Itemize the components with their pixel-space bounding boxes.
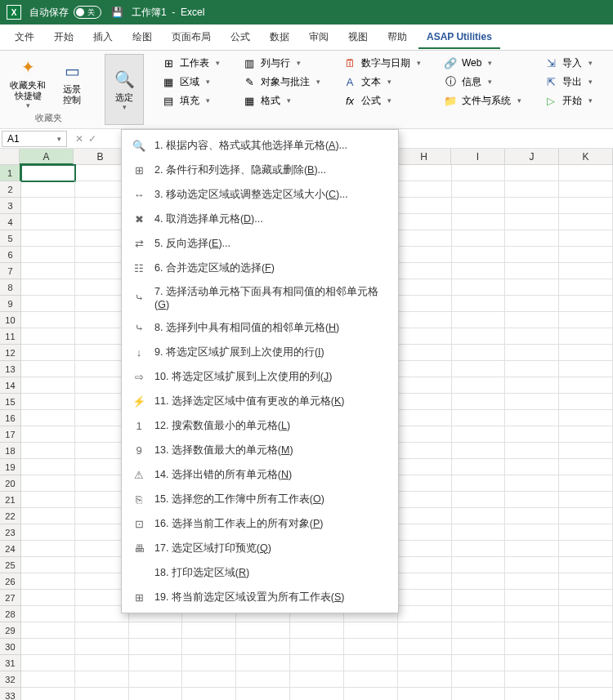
cell[interactable] [505,573,559,590]
cell[interactable] [398,263,452,279]
cell[interactable] [505,671,559,688]
column-header-K[interactable]: K [559,149,613,165]
row-header-32[interactable]: 32 [0,671,21,688]
cell[interactable] [559,361,613,377]
toggle-switch[interactable]: 关 [74,6,101,19]
cell[interactable] [559,639,613,655]
row-header-26[interactable]: 26 [0,573,21,590]
cell[interactable] [505,198,559,214]
cell[interactable] [452,181,506,198]
cell[interactable] [21,279,75,296]
cell[interactable] [559,214,613,230]
cell[interactable] [452,524,506,541]
row-header-3[interactable]: 3 [0,198,21,214]
menu-item-1[interactable]: 🔍1. 根据内容、格式或其他选择单元格(A)... [122,133,398,158]
cell[interactable] [398,590,452,606]
column-header-A[interactable]: A [20,149,74,165]
cell[interactable] [559,345,613,361]
cell[interactable] [452,198,506,214]
cell[interactable] [505,557,559,573]
cell[interactable] [344,639,398,655]
select-button[interactable]: 🔍 选定 ▾ [105,54,144,125]
cell[interactable] [559,377,613,394]
cell[interactable] [452,328,506,345]
tab-help[interactable]: 帮助 [379,25,415,49]
cell[interactable] [398,639,452,655]
cell[interactable] [452,622,506,639]
cell[interactable] [182,688,236,700]
cell[interactable] [452,606,506,622]
cell[interactable] [559,508,613,524]
menu-item-7[interactable]: ⤷7. 选择活动单元格下面具有相同值的相邻单元格(G) [122,280,398,315]
cell[interactable] [398,198,452,214]
filesys-menu[interactable]: 📁文件与系统▾ [439,91,526,109]
cell[interactable] [21,524,75,541]
cell[interactable] [559,475,613,492]
worksheet-menu[interactable]: ⊞工作表▾ [157,54,225,72]
cell[interactable] [21,573,75,590]
cell[interactable] [21,459,75,475]
cell[interactable] [452,557,506,573]
tab-asap-utilities[interactable]: ASAP Utilities [418,26,500,49]
cell[interactable] [398,377,452,394]
cell[interactable] [129,688,183,700]
cell[interactable] [182,655,236,671]
objects-menu[interactable]: ✎对象与批注▾ [238,73,325,91]
cell[interactable] [21,671,75,688]
cell[interactable] [452,247,506,263]
cell[interactable] [559,541,613,557]
row-header-18[interactable]: 18 [0,443,21,459]
numdate-menu[interactable]: 🗓数字与日期▾ [338,54,426,72]
cell[interactable] [75,671,129,688]
row-header-2[interactable]: 2 [0,181,21,198]
cell[interactable] [452,671,506,688]
select-all-corner[interactable] [0,149,20,165]
cell[interactable] [21,508,75,524]
cell[interactable] [559,459,613,475]
cell[interactable] [505,247,559,263]
cell[interactable] [452,573,506,590]
cell[interactable] [398,181,452,198]
row-header-4[interactable]: 4 [0,214,21,230]
row-header-17[interactable]: 17 [0,426,21,443]
cell[interactable] [452,688,506,700]
row-header-19[interactable]: 19 [0,459,21,475]
cell[interactable] [129,671,183,688]
format-menu[interactable]: ▦格式▾ [238,91,325,109]
cell[interactable] [559,688,613,700]
cell[interactable] [505,426,559,443]
autosave-toggle[interactable]: 自动保存 关 [29,6,101,20]
favorites-button[interactable]: ✦ 收藏夹和 快捷键 ▾ [5,54,51,111]
cell[interactable] [236,655,290,671]
cancel-formula-icon[interactable]: ✕ [75,133,83,145]
row-header-11[interactable]: 11 [0,328,21,345]
cell[interactable] [505,590,559,606]
row-header-12[interactable]: 12 [0,345,21,361]
menu-item-2[interactable]: ⊞2. 条件行和列选择、隐藏或删除(B)... [122,158,398,182]
cell[interactable] [505,541,559,557]
cell[interactable] [559,524,613,541]
cell[interactable] [344,671,398,688]
web-menu[interactable]: 🔗Web▾ [439,54,526,72]
menu-item-3[interactable]: ↔3. 移动选定区域或调整选定区域大小(C)... [122,182,398,207]
cell[interactable] [505,214,559,230]
cell[interactable] [398,214,452,230]
cell[interactable] [21,181,75,198]
cell[interactable] [398,573,452,590]
cell[interactable] [398,524,452,541]
row-header-27[interactable]: 27 [0,590,21,606]
cell[interactable] [559,573,613,590]
cell[interactable] [452,443,506,459]
cell[interactable] [452,410,506,426]
cell[interactable] [21,328,75,345]
cell[interactable] [559,230,613,247]
cell[interactable] [75,622,129,639]
cell[interactable] [398,459,452,475]
cell[interactable] [398,426,452,443]
cell[interactable] [559,181,613,198]
cell[interactable] [21,541,75,557]
cell[interactable] [505,459,559,475]
menu-item-5[interactable]: ⇄5. 反向选择(E)... [122,231,398,256]
row-header-9[interactable]: 9 [0,296,21,312]
cell[interactable] [129,655,183,671]
